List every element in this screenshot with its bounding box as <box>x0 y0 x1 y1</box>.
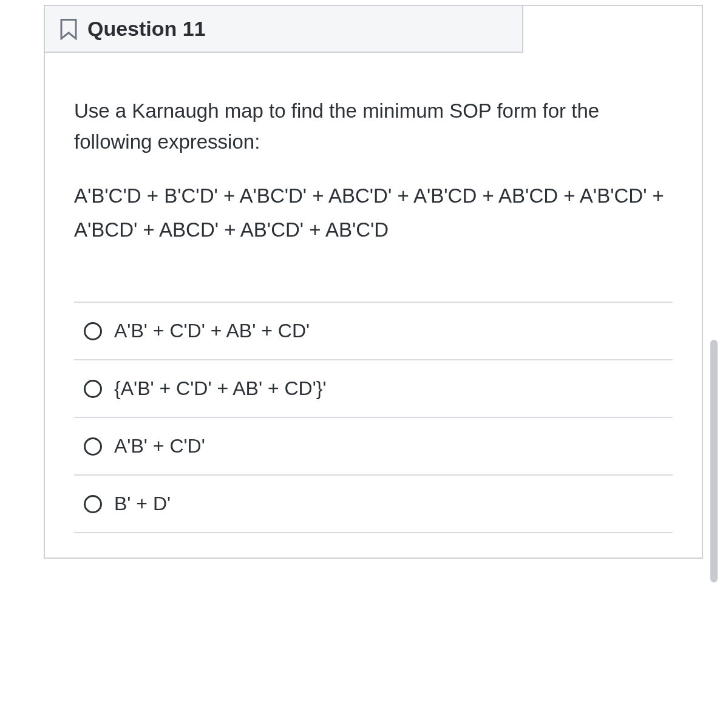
options-list: A'B' + C'D' + AB' + CD' {A'B' + C'D' + A… <box>74 302 673 533</box>
radio-icon <box>84 380 102 398</box>
option-row[interactable]: B' + D' <box>74 476 673 533</box>
option-label: B' + D' <box>114 493 171 515</box>
option-row[interactable]: A'B' + C'D' + AB' + CD' <box>74 303 673 360</box>
option-label: {A'B' + C'D' + AB' + CD'}' <box>114 377 327 400</box>
question-title: Question 11 <box>87 17 206 41</box>
radio-icon <box>84 495 102 513</box>
option-label: A'B' + C'D' <box>114 435 205 457</box>
option-row[interactable]: {A'B' + C'D' + AB' + CD'}' <box>74 360 673 418</box>
question-header: Question 11 <box>45 6 523 53</box>
question-body: Use a Karnaugh map to find the minimum S… <box>45 53 702 558</box>
question-expression: A'B'C'D + B'C'D' + A'BC'D' + ABC'D' + A'… <box>74 179 673 247</box>
radio-icon <box>84 437 102 456</box>
scrollbar-thumb[interactable] <box>710 340 718 582</box>
bookmark-icon[interactable] <box>59 18 78 40</box>
radio-icon <box>84 322 102 340</box>
question-card: Question 11 Use a Karnaugh map to find t… <box>44 5 703 559</box>
option-label: A'B' + C'D' + AB' + CD' <box>114 320 310 342</box>
question-prompt: Use a Karnaugh map to find the minimum S… <box>74 95 673 157</box>
option-row[interactable]: A'B' + C'D' <box>74 418 673 476</box>
